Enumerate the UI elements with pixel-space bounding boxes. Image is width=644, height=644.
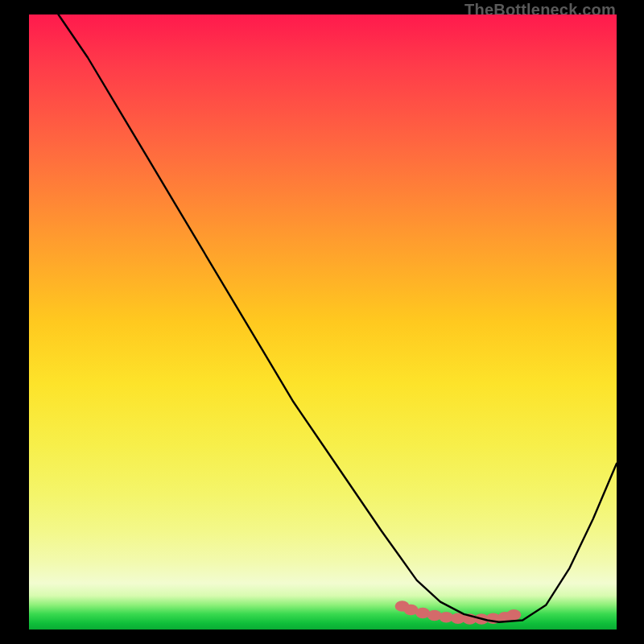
bottleneck-curve bbox=[59, 14, 617, 622]
chart-frame: TheBottleneck.com bbox=[0, 0, 644, 644]
plot-area bbox=[29, 14, 617, 630]
curve-layer bbox=[29, 14, 617, 630]
highlight-dot bbox=[506, 609, 521, 621]
